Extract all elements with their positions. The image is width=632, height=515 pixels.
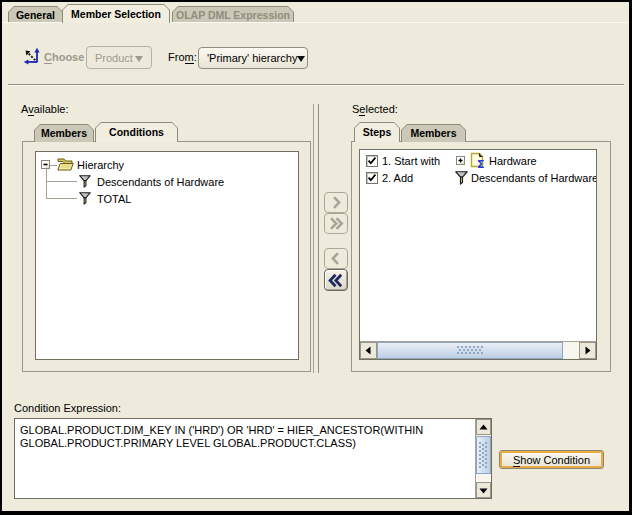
conditions-tree[interactable]: Hierarchy Descendants of Hardware TOTAL [35,151,299,360]
tree-item-total[interactable]: TOTAL [97,193,131,205]
scroll-up-button[interactable] [476,419,491,435]
selected-label: Selected: [352,103,398,115]
tab-member-selection-label: Member Selection [62,4,170,23]
scroll-down-button[interactable] [476,482,491,498]
triangle-right-icon [583,346,592,355]
show-condition-button[interactable]: Show Condition [499,450,604,469]
step-2-member-label[interactable]: Descendants of Hardware [471,172,597,184]
chevron-left-icon [326,250,346,267]
double-chevron-right-icon [326,215,346,232]
filter-icon [79,192,91,205]
dimension-combobox-value: Product [87,52,135,64]
tab-selected-members-label: Members [401,124,466,142]
step-2-order-label[interactable]: 2. Add [382,172,413,184]
hierarchy-combobox-value: 'Primary' hierarchy [199,52,297,64]
condition-line: GLOBAL.PRODUCT.DIM_KEY IN ('HRD') OR 'HR… [20,424,423,436]
tab-selected-members[interactable]: Members [401,124,466,142]
shuttle-separator-left [313,104,314,373]
tab-olap-dml-expression: OLAP DML Expression [172,6,294,23]
double-chevron-left-icon [326,272,346,289]
tree-connector [50,165,57,166]
tree-connector [46,169,47,198]
move-all-right-button [324,213,348,234]
step-2-checkbox[interactable] [366,172,378,184]
svg-text:Σ: Σ [477,158,485,170]
plus-icon [457,157,466,166]
tab-available-members-label: Members [34,124,94,142]
scroll-left-button[interactable] [360,342,377,359]
choose-label: Choose [44,51,84,63]
tab-member-selection[interactable]: Member Selection [62,4,170,23]
condition-line: GLOBAL.PRODUCT.PRIMARY LEVEL GLOBAL.PROD… [20,437,356,449]
tree-connector [46,181,77,182]
thumb-grip-dots [479,442,488,468]
move-left-button [324,248,348,269]
tree-collapse-toggle[interactable] [41,160,50,169]
tab-available-conditions[interactable]: Conditions [95,122,178,142]
step-1-member-label[interactable]: Hardware [489,155,537,167]
scroll-thumb[interactable] [476,436,491,474]
scroll-right-button[interactable] [579,342,596,359]
show-condition-button-label: Show Condition [513,454,590,466]
move-all-left-button[interactable] [324,269,348,291]
triangle-left-icon [364,346,373,355]
thumb-grip-dots [457,346,483,355]
dimension-combobox-arrow-icon [135,56,143,66]
tree-item-descendants-of-hardware[interactable]: Descendants of Hardware [97,176,224,188]
from-label: From: [168,51,197,63]
dimension-combobox: Product [86,46,152,69]
step-1-checkbox[interactable] [366,155,378,167]
section-separator [8,84,624,85]
move-right-button [324,192,348,213]
tab-available-conditions-label: Conditions [95,122,178,142]
hierarchy-combobox[interactable]: 'Primary' hierarchy [198,47,308,69]
hierarchy-combobox-arrow-icon [297,56,305,66]
choose-dimension-icon [23,47,43,67]
shuttle-separator-right [318,104,319,373]
triangle-down-icon [479,486,488,495]
open-folder-icon [57,158,74,171]
triangle-up-icon [479,423,488,432]
filter-icon [79,175,91,188]
steps-horizontal-scrollbar[interactable] [360,341,596,359]
scroll-thumb[interactable] [377,342,563,359]
member-selection-dialog: General Member Selection OLAP DML Expres… [0,0,632,515]
tab-general-label: General [8,6,63,23]
step-1-order-label[interactable]: 1. Start with [382,155,440,167]
available-label: Available: [21,103,69,115]
tab-general[interactable]: General [8,6,63,23]
tab-selected-steps[interactable]: Steps [354,122,400,142]
tree-item-hierarchy[interactable]: Hierarchy [77,159,124,171]
step-1-expand-toggle[interactable] [456,156,465,165]
tab-available-members[interactable]: Members [34,124,94,142]
chevron-right-icon [326,194,346,211]
tree-connector [46,198,77,199]
member-sigma-icon: Σ [469,152,487,169]
check-icon [367,173,377,183]
condition-expression-label: Condition Expression: [14,402,121,414]
tab-selected-steps-label: Steps [354,122,400,142]
tab-olap-dml-expression-label: OLAP DML Expression [172,6,294,23]
condition-expression-textarea[interactable]: GLOBAL.PRODUCT.DIM_KEY IN ('HRD') OR 'HR… [14,418,492,499]
minus-icon [42,161,51,170]
filter-icon [455,171,468,185]
condition-vertical-scrollbar[interactable] [475,419,491,498]
steps-list[interactable]: 1. Start with Σ Hardware 2. Add Descenda… [359,149,597,360]
check-icon [367,156,377,166]
